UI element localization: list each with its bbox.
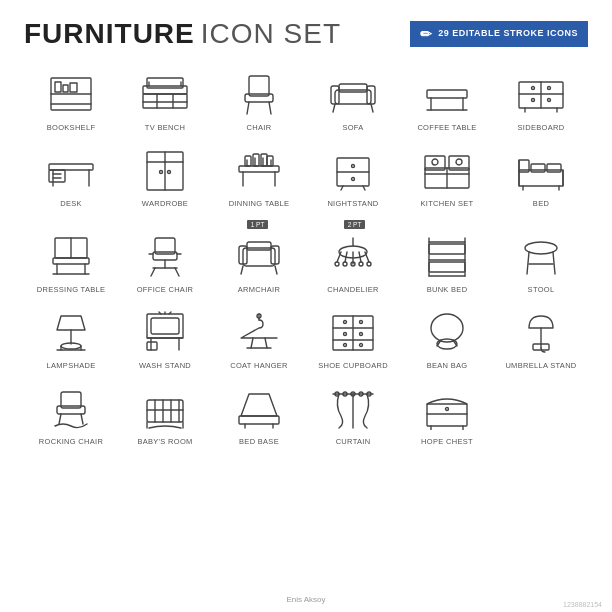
svg-line-105: [345, 252, 347, 262]
bookshelf-icon: [41, 68, 101, 120]
armchair-pt-row: 1 PT: [247, 220, 272, 229]
svg-point-152: [344, 344, 347, 347]
svg-rect-40: [49, 170, 65, 182]
svg-rect-24: [427, 90, 467, 98]
icon-kitchen-set: KITCHEN SET: [400, 140, 494, 208]
tv-bench-icon: [135, 68, 195, 120]
armchair-icon: [229, 230, 289, 282]
watermark-text: 1238882154: [563, 601, 602, 608]
sideboard-label: SIDEBOARD: [518, 123, 565, 132]
curtain-label: CURTAIN: [336, 437, 371, 446]
badge-label2: EDITABLE STROKE ICONS: [452, 28, 578, 38]
coat-hanger-label: COAT HANGER: [230, 361, 288, 370]
svg-line-141: [265, 338, 267, 348]
dinning-table-icon: [229, 144, 289, 196]
svg-rect-58: [261, 154, 267, 166]
icon-hope-chest: HOPE CHEST: [400, 378, 494, 446]
svg-rect-49: [239, 166, 279, 172]
icon-coat-hanger: COAT HANGER: [212, 302, 306, 370]
icon-chair: CHAIR: [212, 64, 306, 132]
svg-line-122: [553, 252, 555, 274]
bookshelf-label: BOOKSHELF: [47, 123, 96, 132]
wash-stand-icon: [135, 306, 195, 358]
umbrella-stand-label: UMBRELLA STAND: [505, 361, 576, 370]
icon-bookshelf: BOOKSHELF: [24, 64, 118, 132]
curtain-icon: [323, 382, 383, 434]
svg-rect-131: [151, 318, 179, 334]
svg-point-150: [344, 333, 347, 336]
author-text: Enis Aksoy: [286, 595, 325, 604]
svg-point-62: [352, 165, 355, 168]
svg-point-33: [532, 99, 535, 102]
svg-line-16: [247, 102, 249, 114]
bean-bag-icon: [417, 306, 477, 358]
svg-rect-173: [239, 416, 279, 424]
icon-chandelier: 2 PT CHANDELIER: [306, 216, 400, 294]
svg-point-112: [367, 262, 371, 266]
svg-line-17: [269, 102, 271, 114]
icon-wardrobe: WARDROBE: [118, 140, 212, 208]
svg-rect-7: [143, 94, 187, 108]
babys-room-label: BABY'S ROOM: [137, 437, 192, 446]
coat-hanger-icon: [229, 306, 289, 358]
icon-tv-bench: TV BENCH: [118, 64, 212, 132]
sofa-label: SOFA: [342, 123, 363, 132]
icon-bunk-bed: BUNK BED: [400, 216, 494, 294]
bunk-bed-icon: [417, 230, 477, 282]
bed-base-label: BED BASE: [239, 437, 279, 446]
chair-icon: [229, 68, 289, 120]
svg-point-34: [548, 99, 551, 102]
svg-point-32: [548, 87, 551, 90]
badge: ✏ 29 EDITABLE STROKE ICONS: [410, 21, 588, 47]
svg-rect-83: [53, 258, 89, 264]
svg-rect-59: [267, 156, 273, 166]
svg-rect-88: [153, 252, 177, 260]
icons-grid: BOOKSHELF TV BENCH: [24, 64, 588, 446]
chandelier-pt-tag: 2 PT: [344, 220, 366, 229]
icon-curtain: CURTAIN: [306, 378, 400, 446]
svg-line-100: [275, 266, 277, 274]
svg-line-22: [333, 104, 335, 112]
svg-line-91: [151, 268, 155, 276]
page: FURNITURE ICON SET ✏ 29 EDITABLE STROKE …: [0, 0, 612, 612]
svg-rect-14: [249, 76, 269, 96]
stool-label: STOOL: [528, 285, 555, 294]
wardrobe-icon: [135, 144, 195, 196]
icon-sofa: SOFA: [306, 64, 400, 132]
bed-icon: [511, 144, 571, 196]
wash-stand-label: WASH STAND: [139, 361, 191, 370]
svg-point-111: [359, 262, 363, 266]
svg-line-163: [81, 414, 83, 424]
svg-rect-164: [147, 400, 183, 422]
nightstand-icon: [323, 144, 383, 196]
header: FURNITURE ICON SET ✏ 29 EDITABLE STROKE …: [24, 18, 588, 50]
title-furniture: FURNITURE: [24, 18, 195, 50]
icon-babys-room: BABY'S ROOM: [118, 378, 212, 446]
svg-point-63: [352, 178, 355, 181]
svg-point-153: [360, 344, 363, 347]
icon-bed-base: BED BASE: [212, 378, 306, 446]
hope-chest-label: HOPE CHEST: [421, 437, 473, 446]
icon-desk: DESK: [24, 140, 118, 208]
svg-line-106: [359, 252, 361, 262]
svg-rect-116: [429, 262, 465, 272]
svg-point-120: [525, 242, 557, 254]
svg-point-151: [360, 333, 363, 336]
icon-dressing-table: DRESSING TABLE: [24, 216, 118, 294]
svg-line-140: [251, 338, 253, 348]
stool-icon: [511, 230, 571, 282]
wardrobe-label: WARDROBE: [142, 199, 188, 208]
badge-text: 29 EDITABLE STROKE ICONS: [438, 28, 578, 40]
armchair-label: ARMCHAIR: [238, 285, 280, 294]
tv-bench-label: TV BENCH: [145, 123, 185, 132]
svg-marker-124: [57, 316, 85, 330]
rocking-chair-icon: [41, 382, 101, 434]
dressing-table-label: DRESSING TABLE: [37, 285, 106, 294]
kitchen-set-label: KITCHEN SET: [421, 199, 474, 208]
title-area: FURNITURE ICON SET: [24, 18, 341, 50]
shoe-cupboard-label: SHOE CUPBOARD: [318, 361, 388, 370]
badge-count: 29: [438, 28, 449, 38]
icon-armchair: 1 PT ARMCHAIR: [212, 216, 306, 294]
svg-rect-57: [253, 154, 259, 166]
svg-rect-78: [547, 164, 561, 172]
